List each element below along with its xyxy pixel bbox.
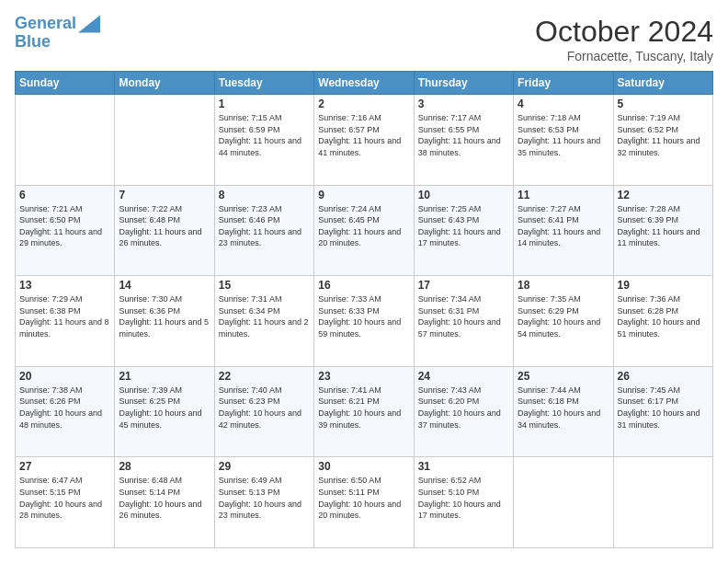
day-info: Sunrise: 7:18 AM Sunset: 6:53 PM Dayligh… bbox=[518, 112, 609, 158]
calendar-cell: 18Sunrise: 7:35 AM Sunset: 6:29 PM Dayli… bbox=[514, 276, 613, 367]
calendar-header-row: SundayMondayTuesdayWednesdayThursdayFrid… bbox=[16, 72, 713, 95]
calendar-cell: 6Sunrise: 7:21 AM Sunset: 6:50 PM Daylig… bbox=[16, 185, 115, 276]
calendar-cell: 23Sunrise: 7:41 AM Sunset: 6:21 PM Dayli… bbox=[314, 366, 414, 457]
day-info: Sunrise: 7:30 AM Sunset: 6:36 PM Dayligh… bbox=[119, 293, 210, 339]
day-number: 3 bbox=[418, 98, 509, 110]
calendar-cell: 2Sunrise: 7:16 AM Sunset: 6:57 PM Daylig… bbox=[314, 95, 414, 186]
day-number: 12 bbox=[618, 189, 709, 201]
calendar-cell: 12Sunrise: 7:28 AM Sunset: 6:39 PM Dayli… bbox=[613, 185, 712, 276]
day-info: Sunrise: 7:17 AM Sunset: 6:55 PM Dayligh… bbox=[418, 112, 509, 158]
day-number: 26 bbox=[618, 370, 709, 383]
day-info: Sunrise: 7:36 AM Sunset: 6:28 PM Dayligh… bbox=[618, 293, 709, 339]
day-number: 4 bbox=[518, 98, 609, 110]
day-info: Sunrise: 7:31 AM Sunset: 6:34 PM Dayligh… bbox=[219, 293, 310, 339]
day-info: Sunrise: 7:24 AM Sunset: 6:45 PM Dayligh… bbox=[318, 203, 409, 249]
day-header-sunday: Sunday bbox=[16, 72, 115, 95]
day-number: 15 bbox=[219, 279, 310, 292]
calendar-cell: 31Sunrise: 6:52 AM Sunset: 5:10 PM Dayli… bbox=[414, 457, 513, 548]
day-number: 11 bbox=[518, 189, 609, 201]
day-info: Sunrise: 7:43 AM Sunset: 6:20 PM Dayligh… bbox=[418, 385, 509, 431]
calendar-cell: 27Sunrise: 6:47 AM Sunset: 5:15 PM Dayli… bbox=[16, 457, 115, 548]
day-number: 27 bbox=[19, 460, 110, 473]
month-title: October 2024 bbox=[535, 15, 713, 49]
day-info: Sunrise: 7:21 AM Sunset: 6:50 PM Dayligh… bbox=[19, 203, 110, 249]
day-info: Sunrise: 7:35 AM Sunset: 6:29 PM Dayligh… bbox=[518, 293, 609, 339]
calendar-cell: 22Sunrise: 7:40 AM Sunset: 6:23 PM Dayli… bbox=[214, 366, 313, 457]
calendar-cell: 17Sunrise: 7:34 AM Sunset: 6:31 PM Dayli… bbox=[414, 276, 513, 367]
day-info: Sunrise: 6:47 AM Sunset: 5:15 PM Dayligh… bbox=[19, 475, 110, 521]
calendar-cell: 24Sunrise: 7:43 AM Sunset: 6:20 PM Dayli… bbox=[414, 366, 513, 457]
day-info: Sunrise: 7:40 AM Sunset: 6:23 PM Dayligh… bbox=[219, 385, 310, 431]
day-header-wednesday: Wednesday bbox=[314, 72, 414, 95]
day-number: 10 bbox=[418, 189, 509, 201]
calendar-week-3: 20Sunrise: 7:38 AM Sunset: 6:26 PM Dayli… bbox=[16, 366, 713, 457]
day-number: 24 bbox=[418, 370, 509, 383]
logo-icon bbox=[78, 15, 100, 33]
header: General Blue October 2024 Fornacette, Tu… bbox=[15, 15, 713, 63]
calendar-week-2: 13Sunrise: 7:29 AM Sunset: 6:38 PM Dayli… bbox=[16, 276, 713, 367]
calendar-cell: 20Sunrise: 7:38 AM Sunset: 6:26 PM Dayli… bbox=[16, 366, 115, 457]
calendar-cell bbox=[514, 457, 613, 548]
calendar-cell: 21Sunrise: 7:39 AM Sunset: 6:25 PM Dayli… bbox=[115, 366, 214, 457]
calendar-cell: 4Sunrise: 7:18 AM Sunset: 6:53 PM Daylig… bbox=[514, 95, 613, 186]
day-number: 5 bbox=[618, 98, 709, 110]
calendar-week-4: 27Sunrise: 6:47 AM Sunset: 5:15 PM Dayli… bbox=[16, 457, 713, 548]
day-number: 2 bbox=[318, 98, 409, 110]
logo: General Blue bbox=[15, 15, 100, 52]
day-number: 20 bbox=[19, 370, 110, 383]
day-header-friday: Friday bbox=[514, 72, 613, 95]
calendar-cell: 13Sunrise: 7:29 AM Sunset: 6:38 PM Dayli… bbox=[16, 276, 115, 367]
day-number: 8 bbox=[219, 189, 310, 201]
calendar-cell: 5Sunrise: 7:19 AM Sunset: 6:52 PM Daylig… bbox=[613, 95, 712, 186]
calendar-week-0: 1Sunrise: 7:15 AM Sunset: 6:59 PM Daylig… bbox=[16, 95, 713, 186]
day-info: Sunrise: 6:49 AM Sunset: 5:13 PM Dayligh… bbox=[219, 475, 310, 521]
day-header-monday: Monday bbox=[115, 72, 214, 95]
day-info: Sunrise: 7:29 AM Sunset: 6:38 PM Dayligh… bbox=[19, 293, 110, 339]
day-header-tuesday: Tuesday bbox=[214, 72, 313, 95]
day-info: Sunrise: 7:44 AM Sunset: 6:18 PM Dayligh… bbox=[518, 385, 609, 431]
day-info: Sunrise: 6:50 AM Sunset: 5:11 PM Dayligh… bbox=[318, 475, 409, 521]
day-number: 30 bbox=[318, 460, 409, 473]
calendar-cell: 1Sunrise: 7:15 AM Sunset: 6:59 PM Daylig… bbox=[214, 95, 313, 186]
calendar-cell: 25Sunrise: 7:44 AM Sunset: 6:18 PM Dayli… bbox=[514, 366, 613, 457]
day-number: 23 bbox=[318, 370, 409, 383]
title-block: October 2024 Fornacette, Tuscany, Italy bbox=[535, 15, 713, 63]
day-info: Sunrise: 7:27 AM Sunset: 6:41 PM Dayligh… bbox=[518, 203, 609, 249]
day-header-thursday: Thursday bbox=[414, 72, 513, 95]
day-number: 7 bbox=[119, 189, 210, 201]
day-info: Sunrise: 7:15 AM Sunset: 6:59 PM Dayligh… bbox=[219, 112, 310, 158]
day-info: Sunrise: 6:48 AM Sunset: 5:14 PM Dayligh… bbox=[119, 475, 210, 521]
day-info: Sunrise: 6:52 AM Sunset: 5:10 PM Dayligh… bbox=[418, 475, 509, 521]
calendar-cell: 28Sunrise: 6:48 AM Sunset: 5:14 PM Dayli… bbox=[115, 457, 214, 548]
calendar-cell: 19Sunrise: 7:36 AM Sunset: 6:28 PM Dayli… bbox=[613, 276, 712, 367]
day-info: Sunrise: 7:28 AM Sunset: 6:39 PM Dayligh… bbox=[618, 203, 709, 249]
day-number: 13 bbox=[19, 279, 110, 292]
day-info: Sunrise: 7:19 AM Sunset: 6:52 PM Dayligh… bbox=[618, 112, 709, 158]
calendar-cell: 11Sunrise: 7:27 AM Sunset: 6:41 PM Dayli… bbox=[514, 185, 613, 276]
day-number: 25 bbox=[518, 370, 609, 383]
day-info: Sunrise: 7:22 AM Sunset: 6:48 PM Dayligh… bbox=[119, 203, 210, 249]
calendar-cell: 16Sunrise: 7:33 AM Sunset: 6:33 PM Dayli… bbox=[314, 276, 414, 367]
day-info: Sunrise: 7:39 AM Sunset: 6:25 PM Dayligh… bbox=[119, 385, 210, 431]
day-number: 29 bbox=[219, 460, 310, 473]
calendar-table: SundayMondayTuesdayWednesdayThursdayFrid… bbox=[15, 71, 713, 548]
day-number: 22 bbox=[219, 370, 310, 383]
calendar-cell: 3Sunrise: 7:17 AM Sunset: 6:55 PM Daylig… bbox=[414, 95, 513, 186]
day-info: Sunrise: 7:16 AM Sunset: 6:57 PM Dayligh… bbox=[318, 112, 409, 158]
day-info: Sunrise: 7:34 AM Sunset: 6:31 PM Dayligh… bbox=[418, 293, 509, 339]
page: General Blue October 2024 Fornacette, Tu… bbox=[0, 0, 728, 563]
day-number: 14 bbox=[119, 279, 210, 292]
day-info: Sunrise: 7:38 AM Sunset: 6:26 PM Dayligh… bbox=[19, 385, 110, 431]
day-number: 21 bbox=[119, 370, 210, 383]
calendar-cell: 10Sunrise: 7:25 AM Sunset: 6:43 PM Dayli… bbox=[414, 185, 513, 276]
logo-text: General bbox=[15, 15, 76, 33]
calendar-cell: 14Sunrise: 7:30 AM Sunset: 6:36 PM Dayli… bbox=[115, 276, 214, 367]
day-number: 6 bbox=[19, 189, 110, 201]
day-number: 17 bbox=[418, 279, 509, 292]
day-number: 19 bbox=[618, 279, 709, 292]
day-number: 31 bbox=[418, 460, 509, 473]
calendar-cell: 9Sunrise: 7:24 AM Sunset: 6:45 PM Daylig… bbox=[314, 185, 414, 276]
day-number: 16 bbox=[318, 279, 409, 292]
day-header-saturday: Saturday bbox=[613, 72, 712, 95]
calendar-cell: 15Sunrise: 7:31 AM Sunset: 6:34 PM Dayli… bbox=[214, 276, 313, 367]
